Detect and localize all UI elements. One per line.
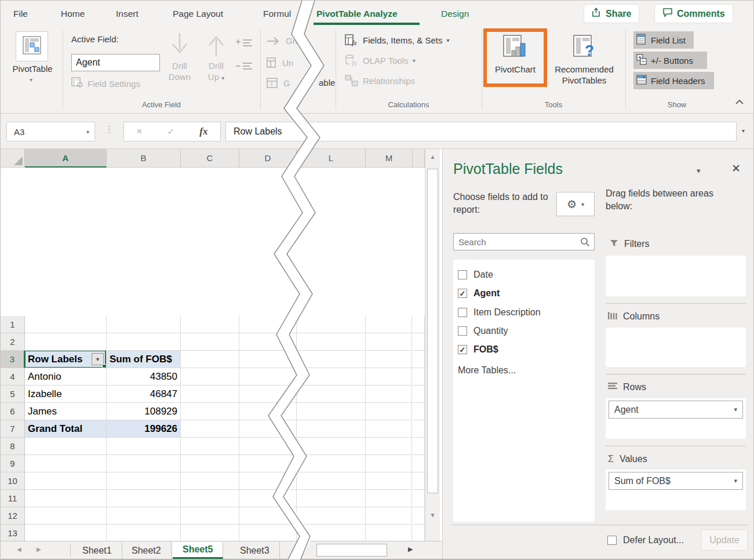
column-header-M[interactable]: M [366, 149, 413, 168]
cell[interactable] [107, 333, 181, 351]
checkbox-fob[interactable] [458, 345, 467, 354]
sheet-tab-sheet1[interactable]: Sheet1 [72, 542, 122, 559]
column-header-L[interactable]: L [297, 149, 366, 168]
cell[interactable] [239, 438, 297, 455]
cell[interactable] [366, 351, 412, 368]
column-header-A[interactable]: A [25, 149, 107, 168]
cell[interactable] [413, 507, 425, 525]
cell[interactable]: James [25, 403, 107, 420]
cell[interactable] [107, 525, 181, 541]
cell[interactable] [413, 368, 425, 386]
cancel-icon[interactable]: × [137, 126, 143, 137]
columns-drop-area[interactable] [606, 328, 746, 367]
tab-formulas[interactable]: Formul [263, 1, 291, 27]
search-box[interactable] [453, 233, 595, 250]
cell[interactable] [366, 472, 412, 490]
cell[interactable] [413, 333, 425, 351]
drill-down-button[interactable]: Drill Down [165, 31, 195, 82]
scroll-down-arrow-icon[interactable]: ▼ [425, 507, 440, 522]
column-header-D[interactable]: D [239, 149, 297, 168]
column-header-B[interactable]: B [107, 149, 181, 168]
cell[interactable] [366, 438, 412, 455]
checkbox-item-description[interactable] [458, 308, 467, 317]
cell[interactable] [413, 490, 425, 507]
cell[interactable] [239, 368, 297, 386]
cell[interactable] [297, 403, 366, 420]
olap-tools-button[interactable]: fx OLAP Tools ▾ [345, 54, 416, 67]
sheet-tab-sheet3[interactable]: Sheet3 [230, 542, 280, 559]
cell[interactable]: 46847 [107, 386, 181, 403]
rows-drop-area[interactable]: Agent ▾ [606, 398, 746, 439]
cell[interactable] [181, 438, 239, 455]
cell[interactable]: Row Labels▾ [25, 351, 107, 368]
cell[interactable] [25, 333, 107, 351]
cell[interactable] [181, 472, 239, 490]
cell[interactable] [239, 351, 297, 368]
cell[interactable] [239, 472, 297, 490]
cell[interactable] [107, 455, 181, 472]
cell[interactable] [297, 351, 366, 368]
cell[interactable] [181, 403, 239, 420]
chip-dropdown-icon[interactable]: ▾ [734, 477, 737, 485]
cell[interactable] [181, 490, 239, 507]
column-header-sliver[interactable] [413, 149, 425, 168]
cell[interactable] [366, 368, 412, 386]
cell[interactable] [413, 351, 425, 368]
pane-close-icon[interactable]: ✕ [731, 162, 741, 175]
row-header[interactable]: 8 [1, 438, 25, 455]
cell[interactable] [25, 507, 107, 525]
cell[interactable] [366, 525, 412, 541]
plus-minus-buttons-toggle[interactable]: +/- Buttons [633, 52, 707, 69]
name-box-dropdown-icon[interactable]: ▾ [86, 129, 94, 135]
field-headers-toggle[interactable]: Field Headers [633, 72, 714, 89]
field-item-date[interactable]: Date [458, 268, 493, 282]
drill-up-button[interactable]: Drill Up ▾ [201, 31, 231, 83]
cell[interactable] [297, 316, 366, 333]
cell[interactable] [366, 386, 412, 403]
cell[interactable] [107, 507, 181, 525]
cell[interactable] [239, 507, 297, 525]
fields-items-sets-button[interactable]: fx Fields, Items, & Sets ▾ [345, 34, 450, 46]
more-tables-link[interactable]: More Tables... [458, 365, 516, 376]
cell[interactable] [25, 490, 107, 507]
cell[interactable] [25, 472, 107, 490]
cell[interactable] [25, 438, 107, 455]
cell[interactable] [181, 351, 239, 368]
cell[interactable] [297, 438, 366, 455]
cell[interactable] [297, 472, 366, 490]
row-header[interactable]: 5 [1, 386, 25, 403]
checkbox-agent[interactable] [458, 289, 467, 298]
cell[interactable] [25, 455, 107, 472]
field-list-toggle[interactable]: Field List [633, 31, 694, 49]
cell[interactable] [413, 455, 425, 472]
cell[interactable] [25, 316, 107, 333]
cell[interactable] [181, 525, 239, 541]
row-header[interactable]: 2 [1, 333, 25, 351]
sheet-nav-left-icon[interactable]: ◀ [17, 546, 21, 552]
tab-design[interactable]: Design [441, 1, 469, 27]
row-header[interactable]: 11 [1, 490, 25, 507]
sheet-tab-sheet2[interactable]: Sheet2 [122, 542, 172, 559]
cell[interactable] [181, 507, 239, 525]
cell[interactable] [413, 438, 425, 455]
select-all-corner[interactable] [1, 149, 25, 168]
cell[interactable] [239, 386, 297, 403]
filters-drop-area[interactable] [606, 256, 746, 296]
cell[interactable] [413, 386, 425, 403]
enter-icon[interactable]: ✓ [167, 126, 175, 137]
collapse-field-button[interactable] [235, 61, 253, 77]
cell[interactable] [239, 455, 297, 472]
cell[interactable] [297, 420, 366, 438]
checkbox-quantity[interactable] [458, 326, 467, 336]
values-field-chip-sum-of-fob[interactable]: Sum of FOB$ ▾ [609, 472, 743, 490]
cell[interactable] [239, 333, 297, 351]
tab-home[interactable]: Home [61, 1, 85, 27]
cell[interactable] [239, 403, 297, 420]
recommended-pivottables-button[interactable]: ? Recommended PivotTables [550, 34, 618, 86]
relationships-button[interactable]: Relationships [345, 74, 415, 87]
rows-field-chip-agent[interactable]: Agent ▾ [609, 401, 743, 419]
collapse-ribbon-button[interactable] [734, 97, 745, 108]
row-header[interactable]: 7 [1, 420, 25, 438]
cell[interactable] [107, 472, 181, 490]
name-box[interactable]: A3 ▾ [6, 122, 95, 141]
